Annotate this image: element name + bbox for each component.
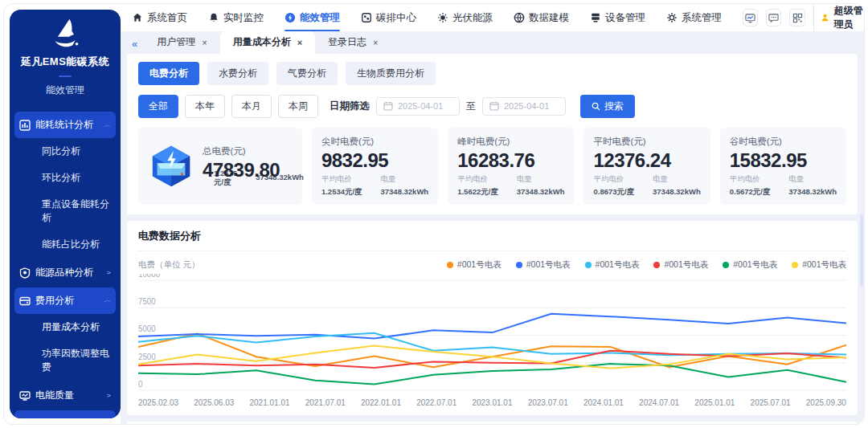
sidebar-item-key-device-energy[interactable]: 重点设备能耗分析 xyxy=(14,191,116,231)
legend-item[interactable]: #001号电表 xyxy=(516,259,571,271)
stat-card-sharp-fee: 尖时电费(元) 9832.95 平均电价1.2534元/度 电量37348.32… xyxy=(312,128,438,205)
username: 超级管理员 xyxy=(834,4,865,31)
x-axis-tick-label: 2025.07.01 xyxy=(751,398,791,407)
x-axis-tick-label: 2025.01.01 xyxy=(694,398,735,407)
filter-year-button[interactable]: 本年 xyxy=(185,95,225,118)
line-chart: 100007500500025000 2025.02.032025.06.032… xyxy=(138,274,846,409)
sidebar-item-power-factor-fee[interactable]: 功率因数调整电费 xyxy=(14,340,116,381)
table-panel: 电费数据分析 # 设备编号 设备名称 开始日期 结束日期 总电费(元) 分时电费… xyxy=(127,422,858,424)
calendar-icon xyxy=(383,101,393,111)
sidebar-group-label: 能源品种分析 xyxy=(35,266,102,279)
screen-monitor-button[interactable] xyxy=(743,9,758,26)
close-icon[interactable]: × xyxy=(202,38,207,47)
nav-item-home[interactable]: 系统首页 xyxy=(132,4,187,31)
stat-substats: 平均电价0.5672元/度 电量37348.32kWh xyxy=(730,174,837,197)
subtab-biomass[interactable]: 生物质费用分析 xyxy=(346,62,436,85)
carbon-icon xyxy=(361,12,372,23)
content-area: 电费分析 水费分析 气费分析 生物质费用分析 全部 本年 本月 本周 日期筛选 … xyxy=(121,54,864,424)
stat-card-total-fee: 总电费(元) 47839.80 1.2675元/度 · 37348.32kWh xyxy=(138,128,302,205)
qrcode-icon xyxy=(792,13,803,23)
x-axis-tick-label: 2024.01.01 xyxy=(583,398,624,407)
sidebar-group-label: 电能质量 xyxy=(35,389,102,402)
energy-icon xyxy=(285,12,296,23)
tab-login-log[interactable]: 登录日志× xyxy=(315,31,391,54)
x-axis-tick-label: 2025.02.03 xyxy=(138,398,178,407)
sidebar-item-yoy-analysis[interactable]: 同比分析 xyxy=(14,138,116,165)
filter-all-button[interactable]: 全部 xyxy=(138,95,178,118)
chevron-up-icon: ︿ xyxy=(104,120,111,128)
legend-item[interactable]: #001号电表 xyxy=(585,259,640,271)
sidebar-group-label: 能耗统计分析 xyxy=(35,118,99,132)
x-axis-tick-label: 2021.01.01 xyxy=(249,398,289,407)
screen-chart-icon xyxy=(745,13,755,23)
filter-week-button[interactable]: 本周 xyxy=(278,95,318,118)
tab-usage-cost-analysis[interactable]: 用量成本分析× xyxy=(220,31,315,54)
legend-item[interactable]: #001号电表 xyxy=(723,259,777,271)
sidebar-item-usage-cost-analysis[interactable]: 用量成本分析 xyxy=(14,314,116,340)
stat-value: 47839.80 xyxy=(203,161,286,180)
nav-item-data-modeling[interactable]: 数据建模 xyxy=(514,4,569,31)
svg-text:0: 0 xyxy=(138,380,143,389)
svg-text:10000: 10000 xyxy=(138,274,161,279)
subtab-gas[interactable]: 气费分析 xyxy=(276,62,338,85)
x-axis-tick-label: 2021.07.01 xyxy=(305,398,346,407)
tab-user-management[interactable]: 用户管理× xyxy=(144,31,219,54)
sidebar-group-energy-diagnosis[interactable]: 用能诊断 ︿ xyxy=(14,410,116,418)
sidebar-item-mom-analysis[interactable]: 环比分析 xyxy=(14,165,116,191)
sidebar-group-power-quality[interactable]: 电能质量 > xyxy=(14,382,116,409)
sidebar: 延凡EMS能碳系统 能效管理 能耗统计分析 ︿ 同比分析 环比分析 重点设备能耗… xyxy=(10,10,121,418)
stat-card-valley-fee: 谷时电费(元) 15832.95 平均电价0.5672元/度 电量37348.3… xyxy=(720,128,846,205)
brand-divider xyxy=(59,75,72,77)
sidebar-menu: 能耗统计分析 ︿ 同比分析 环比分析 重点设备能耗分析 能耗占比分析 能源品种分… xyxy=(10,107,121,418)
stat-title: 谷时电费(元) xyxy=(730,136,837,148)
filter-month-button[interactable]: 本月 xyxy=(231,95,272,118)
svg-text:5000: 5000 xyxy=(138,324,156,333)
home-icon xyxy=(132,12,143,23)
legend-item[interactable]: #001号电表 xyxy=(792,259,846,271)
stat-substats: 平均电价0.8673元/度 电量37348.32kWh xyxy=(593,174,700,197)
date-from-input[interactable]: 2025-04-01 xyxy=(376,97,460,116)
subtab-water[interactable]: 水费分析 xyxy=(207,62,268,85)
sidebar-group-label: 费用分析 xyxy=(35,294,99,308)
scrollbar-thumb[interactable] xyxy=(860,214,863,287)
subtab-electricity[interactable]: 电费分析 xyxy=(138,62,199,85)
filter-stats-panel: 电费分析 水费分析 气费分析 生物质费用分析 全部 本年 本月 本周 日期筛选 … xyxy=(127,54,858,214)
chart-header: 电费（单位 元） #001号电表 #001号电表 #001号电表 #001号电表… xyxy=(138,259,846,271)
sidebar-item-energy-ratio[interactable]: 能耗占比分析 xyxy=(14,231,116,258)
qrcode-button[interactable] xyxy=(789,9,805,26)
sidebar-group-energy-types[interactable]: 能源品种分析 > xyxy=(14,259,116,286)
chevron-right-icon: > xyxy=(107,393,111,399)
nav-item-energy-management[interactable]: 能效管理 xyxy=(285,4,340,31)
search-button[interactable]: 搜索 xyxy=(580,95,635,118)
x-axis-tick-label: 2022.07.01 xyxy=(416,398,457,407)
x-axis-labels: 2025.02.032025.06.032021.01.012021.07.01… xyxy=(138,398,846,409)
bell-icon xyxy=(208,12,219,23)
nav-item-realtime-monitor[interactable]: 实时监控 xyxy=(208,4,264,31)
gear-icon xyxy=(666,12,678,23)
brand-title: 延凡EMS能碳系统 xyxy=(10,55,121,69)
x-axis-tick-label: 2024.07.01 xyxy=(639,398,679,407)
nav-item-solar-energy[interactable]: 光伏能源 xyxy=(437,4,493,31)
legend-item[interactable]: #001号电表 xyxy=(447,259,502,271)
legend-dot xyxy=(792,262,798,268)
bar-chart-icon xyxy=(19,120,31,131)
close-icon[interactable]: × xyxy=(297,38,302,47)
date-to-input[interactable]: 2025-04-01 xyxy=(482,97,566,116)
collapse-tabs-icon[interactable]: « xyxy=(125,38,144,54)
wallet-icon xyxy=(19,296,31,307)
nav-item-system-management[interactable]: 系统管理 xyxy=(666,4,722,31)
message-button[interactable] xyxy=(766,9,781,26)
fee-type-tabs: 电费分析 水费分析 气费分析 生物质费用分析 xyxy=(138,62,846,85)
close-icon[interactable]: × xyxy=(373,38,378,47)
legend-item[interactable]: #001号电表 xyxy=(653,259,708,271)
legend-dot xyxy=(516,262,522,268)
nav-item-carbon-center[interactable]: 碳排中心 xyxy=(361,4,416,31)
sidebar-group-cost-analysis[interactable]: 费用分析 ︿ xyxy=(14,287,116,314)
user-menu[interactable]: 超级管理员 xyxy=(813,3,865,35)
stat-substats: 平均电价1.5622元/度 电量37348.32kWh xyxy=(457,174,564,197)
sidebar-group-energy-stats[interactable]: 能耗统计分析 ︿ xyxy=(14,112,116,138)
stat-value: 12376.24 xyxy=(593,151,700,170)
nav-item-device-management[interactable]: 设备管理 xyxy=(590,4,645,31)
stat-title: 总电费(元) xyxy=(203,145,304,157)
date-filter-label: 日期筛选 xyxy=(330,100,370,113)
